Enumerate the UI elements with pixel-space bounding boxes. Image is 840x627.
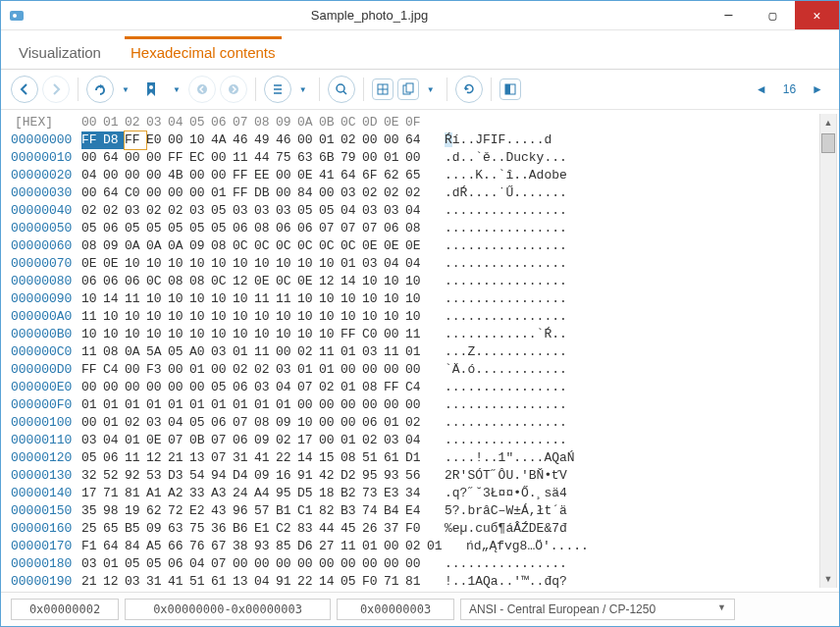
hex-byte[interactable]: 10 bbox=[125, 255, 146, 273]
hex-byte[interactable]: 03 bbox=[125, 573, 146, 588]
hex-byte[interactable]: 12 bbox=[146, 449, 168, 467]
scroll-thumb[interactable] bbox=[821, 133, 835, 153]
hex-byte[interactable]: 01 bbox=[189, 396, 211, 414]
hex-ascii[interactable]: ................ bbox=[445, 379, 567, 396]
hex-byte[interactable]: 0A bbox=[168, 237, 189, 255]
hex-byte[interactable]: 42 bbox=[319, 467, 341, 485]
hex-byte[interactable]: 01 bbox=[211, 396, 233, 414]
hex-offset[interactable]: 00000020 bbox=[11, 167, 81, 184]
bookmark-button[interactable] bbox=[137, 76, 165, 103]
hex-byte[interactable]: 26 bbox=[362, 520, 384, 538]
hex-byte[interactable]: 06 bbox=[125, 273, 146, 290]
refresh-button[interactable] bbox=[455, 76, 483, 103]
hex-byte[interactable]: 14 bbox=[297, 449, 319, 467]
hex-byte[interactable]: 05 bbox=[297, 202, 319, 220]
hex-byte[interactable]: 01 bbox=[427, 538, 448, 555]
hex-byte[interactable]: 83 bbox=[297, 520, 319, 538]
hex-offset[interactable]: 00000060 bbox=[11, 237, 81, 255]
hex-row[interactable]: 00000120050611122113073141221415085161D1… bbox=[11, 449, 819, 467]
hex-byte[interactable]: FF bbox=[81, 131, 103, 149]
hex-byte[interactable]: 00 bbox=[168, 131, 189, 149]
hex-byte[interactable]: 10 bbox=[146, 308, 168, 326]
hex-byte[interactable]: 01 bbox=[319, 131, 341, 149]
close-button[interactable]: ✕ bbox=[795, 1, 839, 29]
hex-bytes[interactable]: 01010101010101010101000000000000 bbox=[81, 396, 427, 414]
hex-byte[interactable]: 65 bbox=[103, 520, 125, 538]
hex-byte[interactable]: 08 bbox=[189, 273, 211, 290]
hex-byte[interactable]: 04 bbox=[254, 573, 276, 588]
hex-byte[interactable]: 11 bbox=[384, 343, 405, 361]
scroll-up-arrow[interactable]: ▲ bbox=[824, 114, 833, 131]
hex-byte[interactable]: FF bbox=[168, 149, 189, 167]
hex-ascii[interactable]: ................ bbox=[445, 237, 567, 255]
hex-byte[interactable]: 85 bbox=[276, 538, 297, 555]
hex-byte[interactable]: 61 bbox=[211, 573, 233, 588]
hex-byte[interactable]: 03 bbox=[81, 555, 103, 573]
hex-byte[interactable]: 95 bbox=[362, 467, 384, 485]
hex-byte[interactable]: 64 bbox=[103, 538, 125, 555]
hex-byte[interactable]: 01 bbox=[384, 149, 405, 167]
hex-byte[interactable]: E1 bbox=[254, 520, 276, 538]
hex-byte[interactable]: 0E bbox=[297, 273, 319, 290]
hex-byte[interactable]: 00 bbox=[319, 184, 341, 202]
hex-byte[interactable]: 10 bbox=[233, 308, 254, 326]
hex-byte[interactable]: 01 bbox=[125, 432, 146, 449]
hex-byte[interactable]: 00 bbox=[146, 184, 168, 202]
hex-byte[interactable]: 53 bbox=[146, 467, 168, 485]
hex-byte[interactable]: 02 bbox=[362, 184, 384, 202]
hex-byte[interactable]: 46 bbox=[276, 131, 297, 149]
hex-byte[interactable]: 12 bbox=[233, 273, 254, 290]
hex-offset[interactable]: 00000190 bbox=[11, 573, 81, 588]
hex-offset[interactable]: 00000030 bbox=[11, 184, 81, 202]
hex-byte[interactable]: 25 bbox=[81, 520, 103, 538]
hex-byte[interactable]: 08 bbox=[211, 237, 233, 255]
search-button[interactable] bbox=[328, 76, 355, 103]
hex-byte[interactable]: 00 bbox=[341, 361, 362, 379]
hex-byte[interactable]: DB bbox=[254, 184, 276, 202]
hex-ascii[interactable]: %eµ.cuб¶áÂŹDE&7đ bbox=[445, 520, 567, 538]
hex-byte[interactable]: 09 bbox=[103, 237, 125, 255]
hex-ascii[interactable]: ńd„Ąfvg8…Ö'..... bbox=[466, 538, 589, 555]
hex-byte[interactable]: 03 bbox=[254, 202, 276, 220]
hex-byte[interactable]: 94 bbox=[211, 467, 233, 485]
redo-dropdown[interactable]: ▼ bbox=[118, 85, 133, 94]
hex-byte[interactable]: 37 bbox=[384, 520, 405, 538]
hex-ascii[interactable]: 2R'SÓT˝ÔU.'BŇ•ťV bbox=[445, 467, 567, 485]
hex-byte[interactable]: 00 bbox=[146, 167, 168, 184]
hex-byte[interactable]: 0C bbox=[276, 237, 297, 255]
hex-bytes[interactable]: FFD8FFE000104A464946000102000064 bbox=[81, 131, 427, 149]
hex-byte[interactable]: 54 bbox=[189, 467, 211, 485]
hex-ascii[interactable]: Ŕí..JFIF.....d bbox=[445, 131, 551, 149]
hex-byte[interactable]: 10 bbox=[405, 290, 427, 308]
hex-byte[interactable]: 06 bbox=[168, 555, 189, 573]
hex-byte[interactable]: 06 bbox=[362, 414, 384, 432]
hex-byte[interactable]: FF bbox=[233, 184, 254, 202]
hex-byte[interactable]: 00 bbox=[362, 396, 384, 414]
hex-byte[interactable]: 74 bbox=[362, 502, 384, 520]
hex-ascii[interactable]: ...Z............ bbox=[445, 343, 567, 361]
hex-byte[interactable]: 10 bbox=[233, 290, 254, 308]
hex-byte[interactable]: 04 bbox=[384, 255, 405, 273]
hex-byte[interactable]: 08 bbox=[103, 343, 125, 361]
hex-byte[interactable]: 0A bbox=[146, 237, 168, 255]
hex-byte[interactable]: 98 bbox=[103, 502, 125, 520]
hex-byte[interactable]: 11 bbox=[254, 290, 276, 308]
hex-byte[interactable]: 10 bbox=[81, 326, 103, 343]
hex-byte[interactable]: 07 bbox=[233, 414, 254, 432]
hex-ascii[interactable]: .q?˝˘3Ł¤¤•Ő.¸sä4 bbox=[445, 485, 567, 502]
hex-row[interactable]: 000000A011101010101010101010101010101010… bbox=[11, 308, 819, 326]
hex-byte[interactable]: C4 bbox=[103, 361, 125, 379]
hex-byte[interactable]: 0E bbox=[146, 432, 168, 449]
hex-byte[interactable]: 00 bbox=[81, 414, 103, 432]
hex-byte[interactable]: 06 bbox=[384, 220, 405, 237]
hex-byte[interactable]: 10 bbox=[254, 255, 276, 273]
hex-bytes[interactable]: 11080A5A05A003011100021101031101 bbox=[81, 343, 427, 361]
hex-byte[interactable]: 10 bbox=[254, 308, 276, 326]
hex-row[interactable]: 0000019021120331415161130491221405F07181… bbox=[11, 573, 819, 588]
hex-byte[interactable]: 06 bbox=[297, 220, 319, 237]
hex-offset[interactable]: 00000160 bbox=[11, 520, 81, 538]
hex-bytes[interactable]: 050611122113073141221415085161D1 bbox=[81, 449, 427, 467]
hex-byte[interactable]: FF bbox=[81, 361, 103, 379]
hex-ascii[interactable]: ................ bbox=[445, 255, 567, 273]
hex-byte[interactable]: 08 bbox=[168, 273, 189, 290]
